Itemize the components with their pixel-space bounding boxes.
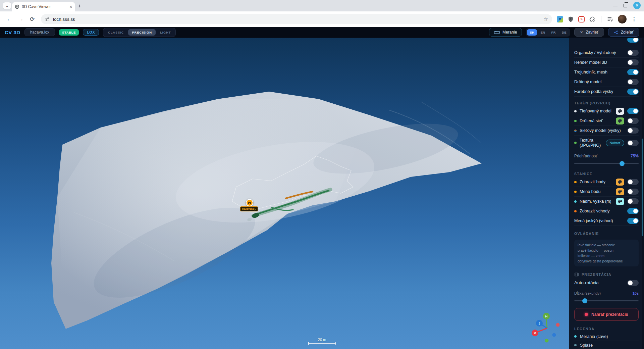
browser-menu-icon[interactable]: ⋮ (631, 16, 638, 22)
clipped-toggle[interactable] (627, 38, 639, 43)
legend-bullet (574, 344, 577, 346)
downloader-extension-icon[interactable]: ▼ (557, 16, 563, 22)
duration-row: Dĺžka (sekundy) 10s (574, 290, 639, 296)
cave-entrance-icon (248, 201, 251, 204)
share-label: Zdieľať (621, 30, 634, 35)
window-close-button[interactable]: ✕ (633, 2, 641, 9)
help-line: ľavé tlačidlo — otáčanie (578, 242, 635, 248)
back-button[interactable]: ← (5, 14, 14, 24)
cave-names-toggle[interactable] (627, 218, 639, 224)
lang-de[interactable]: DE (559, 29, 569, 36)
render-3d-toggle[interactable] (627, 59, 639, 65)
terrain-model[interactable] (0, 38, 644, 349)
wire-mesh-toggle[interactable] (627, 118, 639, 124)
new-tab-button[interactable]: + (78, 3, 81, 9)
stable-badge: STABLE (59, 29, 79, 36)
fastforward-extension-icon[interactable]: » (578, 16, 585, 22)
settings-sidebar[interactable]: Organický / Vyhladený Render model 3D Tr… (569, 38, 644, 349)
altitude-toggle[interactable] (627, 198, 639, 204)
cave-entrance-marker[interactable] (246, 199, 253, 206)
legend-item-merania: Merania (cave) (574, 332, 639, 341)
row-bullet (574, 142, 577, 144)
height-mesh-toggle[interactable] (627, 128, 639, 134)
maximize-button[interactable] (624, 4, 627, 7)
lang-sk[interactable]: SK (527, 29, 537, 36)
point-name-toggle[interactable] (627, 189, 639, 195)
palette-icon[interactable] (616, 108, 624, 115)
minimize-button[interactable]: — (613, 3, 618, 8)
autorotate-row: Auto-rotácia (574, 278, 639, 288)
tab-search-button[interactable]: ⌄ (3, 2, 11, 9)
measure-button[interactable]: Meranie (489, 28, 522, 37)
wireframe-toggle[interactable] (627, 79, 639, 85)
scale-bar: 20 m (304, 338, 340, 344)
mode-precision[interactable]: PRECISION (128, 29, 155, 36)
app-header: CV 3D hacava.lox STABLE LOX CLASSIC PREC… (0, 27, 644, 38)
address-bar[interactable]: loch.sss.sk ☆ (41, 14, 552, 24)
close-label: Zavrieť (586, 30, 598, 35)
legend-item-splase: Splaše (574, 341, 639, 349)
setting-label: Farebné podľa výšky (574, 89, 624, 94)
bookmark-star-icon[interactable]: ☆ (544, 16, 548, 22)
setting-label: Mená jaskýň (vchod) (574, 218, 624, 223)
3d-viewport[interactable]: Hacavska j. 20 m H J V Organický / Vyhla… (0, 38, 644, 349)
url-text[interactable]: loch.sss.sk (53, 17, 540, 22)
palette-icon[interactable] (616, 198, 624, 205)
setting-label: Tieňovaný model (580, 109, 613, 113)
upload-texture-button[interactable]: Nahrať (606, 140, 624, 146)
palette-icon[interactable] (616, 117, 624, 124)
section-stanice: STANICE (574, 170, 639, 177)
close-viewer-button[interactable]: ✕ Zavrieť (574, 28, 604, 37)
palette-icon[interactable] (616, 188, 624, 195)
lox-button[interactable]: LOX (83, 29, 99, 36)
color-by-height-toggle[interactable] (627, 89, 639, 95)
shaded-model-toggle[interactable] (627, 108, 639, 114)
station-row-pointname: Meno bodu (574, 187, 639, 197)
slider-thumb[interactable] (620, 161, 625, 166)
extensions-puzzle-icon[interactable] (589, 16, 595, 22)
axis-negative-h-dot[interactable] (545, 339, 549, 343)
show-entrances-toggle[interactable] (627, 208, 639, 214)
mode-light[interactable]: LIGHT (156, 29, 175, 36)
playlist-icon[interactable] (607, 16, 613, 22)
auto-rotate-toggle[interactable] (627, 280, 639, 286)
axis-negative-j-dot[interactable] (552, 333, 556, 337)
record-presentation-button[interactable]: Nahrať prezentáciu (574, 308, 639, 321)
site-settings-icon[interactable] (45, 17, 50, 21)
palette-icon[interactable] (616, 179, 624, 186)
axis-negative-v-dot[interactable] (556, 323, 560, 327)
axis-h-label: H (545, 314, 548, 318)
opacity-slider[interactable] (574, 160, 639, 167)
duration-slider[interactable] (574, 297, 639, 305)
organic-toggle[interactable] (627, 50, 639, 56)
show-points-toggle[interactable] (627, 179, 639, 185)
setting-label: Render model 3D (574, 60, 624, 65)
legend-label: Splaše (580, 343, 593, 348)
mode-classic[interactable]: CLASSIC (104, 29, 127, 36)
texture-toggle[interactable] (627, 140, 639, 146)
sidebar-scrollbar[interactable] (642, 38, 644, 349)
tab-close-icon[interactable]: ✕ (69, 5, 72, 9)
profile-avatar[interactable] (618, 15, 627, 23)
setting-row-trianglemesh: Trojuholník. mesh (574, 67, 639, 77)
slider-track[interactable] (574, 163, 639, 164)
lang-fr[interactable]: FR (548, 29, 558, 36)
window-controls: — ✕ (613, 2, 641, 9)
measure-label: Meranie (502, 30, 517, 35)
share-button[interactable]: Zdieľať (608, 28, 639, 37)
reload-button[interactable]: ⟳ (28, 14, 37, 24)
record-label: Nahrať prezentáciu (591, 312, 628, 317)
setting-label: Sieťový model (výšky) (580, 128, 624, 133)
orientation-gizmo[interactable]: H J V (525, 305, 569, 347)
lang-en[interactable]: EN (538, 29, 548, 36)
clipped-top-row (574, 38, 639, 48)
triangle-mesh-toggle[interactable] (627, 69, 639, 75)
language-switch: SK EN FR DE (526, 28, 570, 37)
shield-extension-icon[interactable] (568, 16, 574, 22)
forward-button[interactable]: → (16, 14, 25, 24)
record-dot-icon (585, 313, 588, 316)
cave-name-label[interactable]: Hacavska j. (240, 206, 258, 211)
sidebar-scrollbar-thumb[interactable] (642, 139, 643, 236)
browser-tab[interactable]: 3D Cave Viewer ✕ (12, 2, 75, 11)
slider-thumb[interactable] (582, 298, 587, 303)
